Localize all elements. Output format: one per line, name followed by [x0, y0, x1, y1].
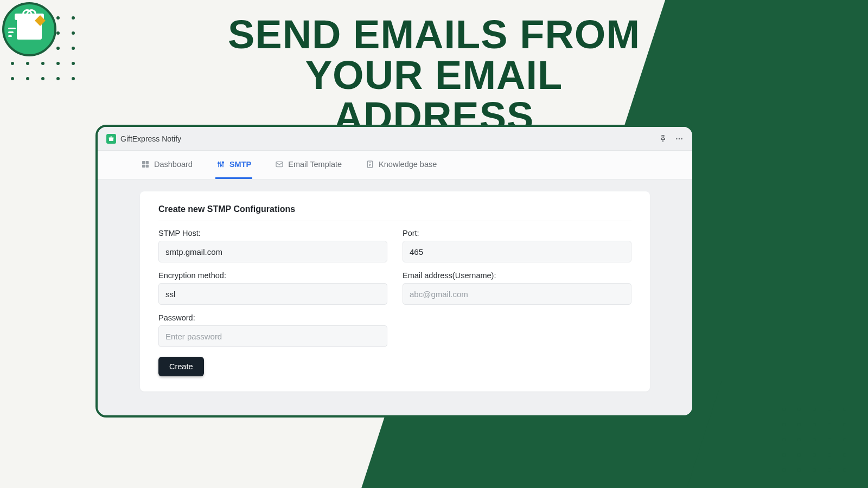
app-title: GiftExpress Notify	[120, 134, 181, 143]
tab-label: Knowledge base	[379, 160, 437, 169]
create-button[interactable]: Create	[158, 357, 204, 376]
brand-logo	[2, 2, 56, 56]
input-port[interactable]	[403, 241, 631, 262]
svg-rect-9	[146, 164, 149, 167]
field-email: Email address(Username):	[403, 271, 631, 305]
tab-label: Dashboard	[154, 160, 193, 169]
page-headline: SEND EMAILS FROM YOUR EMAIL ADDRESS	[217, 14, 651, 137]
svg-rect-6	[142, 161, 145, 164]
svg-rect-7	[146, 161, 149, 164]
more-icon[interactable]	[675, 134, 684, 143]
tab-smtp[interactable]: SMTP	[215, 151, 252, 179]
label-email: Email address(Username):	[403, 271, 631, 280]
input-email[interactable]	[403, 283, 631, 305]
mail-icon	[275, 160, 284, 169]
app-window: GiftExpress Notify Dashboard SMTP	[95, 125, 694, 418]
tab-bar: Dashboard SMTP Email Template Knowledge …	[98, 151, 692, 179]
content-area: Create new STMP Configurations STMP Host…	[98, 179, 692, 416]
svg-point-13	[220, 164, 222, 166]
smtp-config-card: Create new STMP Configurations STMP Host…	[140, 191, 650, 391]
app-logo-icon	[106, 134, 116, 144]
svg-point-4	[679, 138, 680, 139]
tab-label: SMTP	[229, 160, 251, 169]
label-encryption: Encryption method:	[158, 271, 387, 280]
gift-icon	[17, 19, 42, 40]
sliders-icon	[216, 160, 225, 169]
doc-icon	[366, 160, 374, 169]
pin-icon[interactable]	[659, 134, 667, 143]
field-port: Port:	[403, 229, 631, 262]
field-encryption: Encryption method:	[158, 271, 387, 305]
field-smtp-host: STMP Host:	[158, 229, 387, 262]
input-password[interactable]	[158, 325, 387, 347]
tab-label: Email Template	[288, 160, 342, 169]
svg-rect-0	[109, 138, 113, 141]
field-password: Password:	[158, 313, 387, 347]
label-smtp-host: STMP Host:	[158, 229, 387, 237]
svg-point-5	[681, 138, 682, 139]
input-smtp-host[interactable]	[158, 241, 387, 262]
tab-knowledge-base[interactable]: Knowledge base	[365, 151, 438, 179]
svg-point-11	[218, 162, 220, 164]
grid-icon	[141, 160, 150, 169]
titlebar: GiftExpress Notify	[98, 127, 692, 151]
tab-dashboard[interactable]: Dashboard	[140, 151, 194, 179]
dot-pattern-bottom-right	[782, 408, 846, 472]
label-password: Password:	[158, 313, 387, 322]
card-title: Create new STMP Configurations	[158, 204, 631, 221]
svg-point-3	[676, 138, 677, 139]
svg-point-15	[222, 162, 224, 163]
tab-email-template[interactable]: Email Template	[274, 151, 343, 179]
label-port: Port:	[403, 229, 631, 237]
input-encryption[interactable]	[158, 283, 387, 305]
svg-rect-8	[142, 164, 145, 167]
